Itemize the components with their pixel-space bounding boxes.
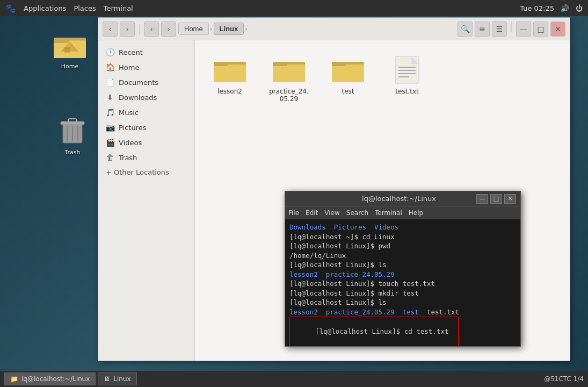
desktop-trash-icon[interactable]: Trash bbox=[51, 113, 94, 156]
view-button[interactable]: ≡ bbox=[475, 22, 490, 37]
taskbar: 📁 lq@localhost:~/Linux 🖥 Linux @51CTC 1/… bbox=[0, 371, 588, 387]
home-icon: 🏠 bbox=[106, 63, 114, 71]
minimize-button[interactable]: — bbox=[516, 22, 531, 37]
file-item-practice[interactable]: practice_24.05.29 bbox=[265, 51, 313, 106]
terminal-menu-terminal[interactable]: Terminal bbox=[375, 209, 402, 217]
forward-button[interactable]: › bbox=[120, 22, 135, 37]
menu-places[interactable]: Places bbox=[74, 4, 96, 12]
file-item-testtxt-label: test.txt bbox=[395, 88, 418, 95]
term-line-3: /home/lq/Linux bbox=[289, 251, 516, 261]
term-line-8: [lq@localhost Linux]$ ls bbox=[289, 298, 516, 307]
home-folder-svg bbox=[53, 27, 87, 61]
file-item-lesson2[interactable]: lesson2 bbox=[206, 51, 254, 106]
sidebar-item-recent[interactable]: 🕐 Recent bbox=[98, 45, 194, 60]
terminal-taskbar-icon: 🖥 bbox=[104, 375, 110, 383]
sidebar-label-pictures: Pictures bbox=[119, 124, 146, 132]
documents-icon: 📄 bbox=[106, 78, 114, 87]
breadcrumb-area: Home › Linux › bbox=[178, 23, 455, 35]
term-white-span: test.txt bbox=[419, 308, 459, 316]
search-button[interactable]: 🔍 bbox=[458, 22, 473, 37]
taskbar-right: @51CTC 1/4 bbox=[544, 375, 584, 383]
terminal-taskbar-label: Linux bbox=[113, 375, 130, 383]
sidebar-item-home[interactable]: 🏠 Home bbox=[98, 60, 194, 75]
svg-rect-19 bbox=[273, 62, 287, 66]
term-error-line1: [lq@localhost Linux]$ cd test.txt bbox=[315, 327, 448, 335]
nautilus-label: lq@localhost:~/Linux bbox=[21, 375, 90, 383]
file-manager-toolbar: ‹ › ‹ › Home › Linux › 🔍 ≡ ☰ — □ ✕ bbox=[98, 18, 570, 40]
terminal-window-buttons: — □ ✕ bbox=[476, 194, 516, 204]
taskbar-terminal[interactable]: 🖥 Linux bbox=[98, 372, 136, 385]
topbar-left: 🐾 Applications Places Terminal bbox=[5, 3, 133, 13]
terminal-menu-search[interactable]: Search bbox=[346, 209, 368, 217]
term-blue-span: lesson2 practice_24.05.29 test bbox=[289, 308, 419, 316]
close-button[interactable]: ✕ bbox=[550, 22, 565, 37]
term-line-5: lesson2 practice_24.05.29 bbox=[289, 270, 516, 280]
sidebar-item-trash[interactable]: 🗑 Trash bbox=[98, 150, 194, 165]
maximize-button[interactable]: □ bbox=[533, 22, 548, 37]
prev-button[interactable]: ‹ bbox=[144, 22, 159, 37]
terminal-menu-help[interactable]: Help bbox=[409, 209, 423, 217]
term-error-line2: bash: cd: test.txt: Not a directory bbox=[315, 346, 456, 347]
taskbar-left: 📁 lq@localhost:~/Linux 🖥 Linux bbox=[4, 372, 137, 385]
terminal-menu-file[interactable]: File bbox=[288, 209, 299, 217]
folder-icon-practice bbox=[272, 54, 306, 84]
term-line-error-box: [lq@localhost Linux]$ cd test.txt bash: … bbox=[289, 317, 459, 346]
terminal-close-button[interactable]: ✕ bbox=[504, 194, 516, 204]
term-line-2: [lq@localhost Linux]$ pwd bbox=[289, 241, 516, 251]
term-line-0: Downloads Pictures Videos bbox=[289, 223, 516, 232]
file-item-test-label: test bbox=[342, 88, 354, 95]
sidebar-label-videos: Videos bbox=[119, 139, 142, 147]
term-line-1: [lq@localhost ~]$ cd Linux bbox=[289, 232, 516, 242]
terminal-maximize-button[interactable]: □ bbox=[490, 194, 502, 204]
menu-button[interactable]: ☰ bbox=[492, 22, 507, 37]
toolbar-separator-2 bbox=[511, 22, 512, 32]
menu-terminal[interactable]: Terminal bbox=[104, 4, 133, 12]
topbar: 🐾 Applications Places Terminal Tue 02:25… bbox=[0, 0, 588, 16]
pictures-icon: 📷 bbox=[106, 123, 114, 132]
nautilus-icon: 📁 bbox=[10, 375, 18, 383]
back-button[interactable]: ‹ bbox=[103, 22, 118, 37]
downloads-icon: ⬇ bbox=[106, 93, 114, 102]
volume-icon[interactable]: 🔊 bbox=[561, 4, 569, 12]
terminal-minimize-button[interactable]: — bbox=[476, 194, 488, 204]
terminal-window: lq@localhost:~/Linux — □ ✕ File Edit Vie… bbox=[285, 191, 521, 347]
toolbar-right-buttons: 🔍 ≡ ☰ — □ ✕ bbox=[458, 22, 565, 37]
sidebar-item-downloads[interactable]: ⬇ Downloads bbox=[98, 90, 194, 105]
desktop-home-icon[interactable]: Home bbox=[48, 27, 91, 70]
taskbar-nautilus[interactable]: 📁 lq@localhost:~/Linux bbox=[4, 372, 96, 385]
sidebar-item-documents[interactable]: 📄 Documents bbox=[98, 75, 194, 90]
file-item-test[interactable]: test bbox=[324, 51, 372, 106]
sidebar-label-music: Music bbox=[119, 109, 139, 117]
topbar-right: Tue 02:25 🔊 ⏻ bbox=[520, 4, 583, 12]
svg-rect-23 bbox=[332, 62, 346, 66]
terminal-menubar: File Edit View Search Terminal Help bbox=[285, 206, 520, 219]
sidebar-label-downloads: Downloads bbox=[119, 94, 157, 102]
next-button[interactable]: › bbox=[161, 22, 176, 37]
breadcrumb-linux[interactable]: Linux bbox=[214, 23, 244, 35]
terminal-title: lq@localhost:~/Linux bbox=[322, 195, 476, 203]
app-logo: 🐾 bbox=[5, 3, 16, 13]
toolbar-separator-1 bbox=[139, 24, 140, 34]
sidebar: 🕐 Recent 🏠 Home 📄 Documents ⬇ Downloads … bbox=[98, 40, 195, 361]
sidebar-item-pictures[interactable]: 📷 Pictures bbox=[98, 120, 194, 135]
sidebar-label-trash: Trash bbox=[119, 154, 137, 162]
sidebar-add-locations[interactable]: + Other Locations bbox=[98, 165, 194, 180]
terminal-menu-edit[interactable]: Edit bbox=[306, 209, 318, 217]
term-line-4: [lq@localhost Linux]$ ls bbox=[289, 260, 516, 270]
term-line-7: [lq@localhost Linux]$ mkdir test bbox=[289, 289, 516, 298]
menu-applications[interactable]: Applications bbox=[24, 4, 66, 12]
file-icon-testtxt bbox=[390, 54, 424, 84]
svg-rect-18 bbox=[273, 65, 305, 82]
breadcrumb-home[interactable]: Home bbox=[178, 23, 209, 35]
add-locations-label: + Other Locations bbox=[106, 168, 169, 176]
sidebar-item-videos[interactable]: 🎬 Videos bbox=[98, 135, 194, 150]
svg-rect-15 bbox=[214, 62, 228, 66]
terminal-menu-view[interactable]: View bbox=[324, 209, 339, 217]
sidebar-item-music[interactable]: 🎵 Music bbox=[98, 105, 194, 120]
terminal-body[interactable]: Downloads Pictures Videos [lq@localhost … bbox=[285, 219, 520, 346]
recent-icon: 🕐 bbox=[106, 48, 114, 56]
power-icon[interactable]: ⏻ bbox=[576, 4, 583, 12]
trash-svg bbox=[55, 113, 90, 147]
term-line-9: lesson2 practice_24.05.29 test test.txt bbox=[289, 307, 516, 317]
file-item-testtxt[interactable]: test.txt bbox=[383, 51, 431, 106]
